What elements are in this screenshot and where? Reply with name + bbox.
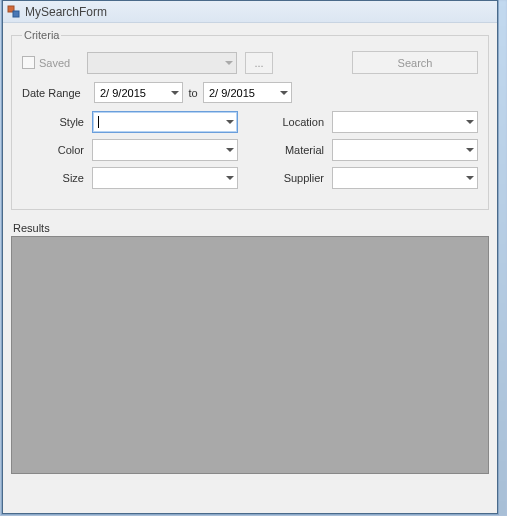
color-label: Color: [22, 144, 92, 156]
window-content: Criteria Saved ... Search Date Range: [3, 23, 497, 484]
saved-combo[interactable]: [87, 52, 237, 74]
app-icon: [7, 5, 21, 19]
material-combo[interactable]: [332, 139, 478, 161]
supplier-combo[interactable]: [332, 167, 478, 189]
style-row: Style: [22, 111, 238, 133]
chevron-down-icon: [226, 148, 234, 152]
size-combo[interactable]: [92, 167, 238, 189]
svg-rect-1: [13, 11, 19, 17]
chevron-down-icon: [466, 176, 474, 180]
search-button-label: Search: [398, 57, 433, 69]
saved-row: Saved ... Search: [22, 51, 478, 74]
supplier-label: Supplier: [262, 172, 332, 184]
saved-ellipsis-button[interactable]: ...: [245, 52, 273, 74]
location-combo[interactable]: [332, 111, 478, 133]
chevron-down-icon: [466, 120, 474, 124]
to-label: to: [183, 87, 203, 99]
fields-grid: Style Color Size: [22, 111, 478, 195]
location-row: Location: [262, 111, 478, 133]
fields-left-col: Style Color Size: [22, 111, 238, 195]
style-label: Style: [22, 116, 92, 128]
date-from-value: 2/ 9/2015: [100, 87, 146, 99]
ellipsis-label: ...: [254, 57, 263, 69]
material-row: Material: [262, 139, 478, 161]
date-range-label: Date Range: [22, 87, 94, 99]
results-label: Results: [13, 222, 487, 234]
supplier-row: Supplier: [262, 167, 478, 189]
criteria-legend: Criteria: [22, 29, 61, 41]
date-from-picker[interactable]: 2/ 9/2015: [94, 82, 183, 103]
chevron-down-icon: [225, 61, 233, 65]
saved-checkbox[interactable]: [22, 56, 35, 69]
chevron-down-icon: [280, 91, 288, 95]
date-to-value: 2/ 9/2015: [209, 87, 255, 99]
search-form-window: MySearchForm Criteria Saved ... Search: [2, 0, 498, 514]
results-panel[interactable]: [11, 236, 489, 474]
chevron-down-icon: [466, 148, 474, 152]
color-row: Color: [22, 139, 238, 161]
size-label: Size: [22, 172, 92, 184]
material-label: Material: [262, 144, 332, 156]
search-button[interactable]: Search: [352, 51, 478, 74]
date-to-picker[interactable]: 2/ 9/2015: [203, 82, 292, 103]
chevron-down-icon: [226, 176, 234, 180]
criteria-groupbox: Criteria Saved ... Search Date Range: [11, 29, 489, 210]
date-range-row: Date Range 2/ 9/2015 to 2/ 9/2015: [22, 82, 478, 103]
size-row: Size: [22, 167, 238, 189]
fields-right-col: Location Material Su: [262, 111, 478, 195]
saved-label: Saved: [39, 57, 87, 69]
text-cursor: [98, 116, 99, 128]
chevron-down-icon: [171, 91, 179, 95]
chevron-down-icon: [226, 120, 234, 124]
location-label: Location: [262, 116, 332, 128]
style-combo[interactable]: [92, 111, 238, 133]
titlebar[interactable]: MySearchForm: [3, 1, 497, 23]
color-combo[interactable]: [92, 139, 238, 161]
window-title: MySearchForm: [25, 5, 107, 19]
